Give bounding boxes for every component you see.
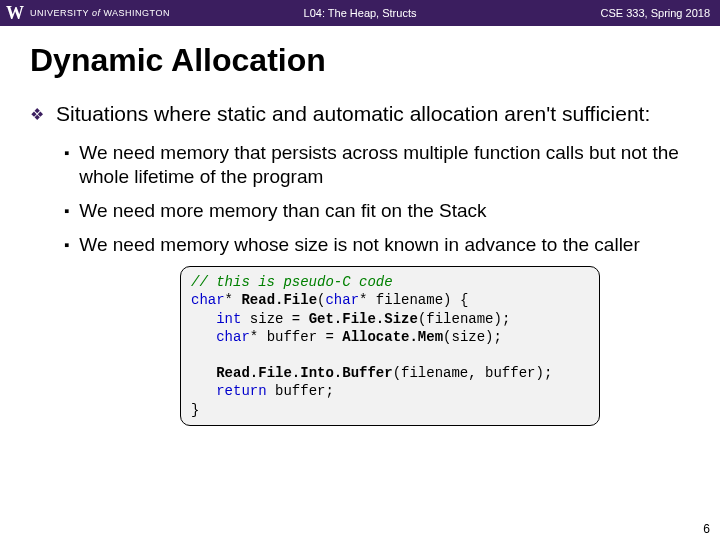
code-text: * filename) { (359, 292, 468, 308)
code-text (191, 329, 216, 345)
square-bullet-icon: ▪ (64, 236, 69, 257)
code-text: } (191, 402, 199, 418)
bullet-level2: ▪ We need memory that persists across mu… (64, 141, 690, 189)
code-fn: Allocate.Mem (342, 329, 443, 345)
slide-content: Dynamic Allocation ❖ Situations where st… (0, 26, 720, 426)
page-title: Dynamic Allocation (30, 42, 690, 79)
diamond-bullet-icon: ❖ (30, 105, 44, 127)
code-text: (filename, buffer); (393, 365, 553, 381)
code-comment: // this is pseudo-C code (191, 274, 393, 290)
university-name: UNIVERSITY of WASHINGTON (30, 8, 170, 18)
code-text: (size); (443, 329, 502, 345)
code-text: * buffer = (250, 329, 342, 345)
code-kw: char (325, 292, 359, 308)
page-number: 6 (703, 522, 710, 536)
code-kw: char (216, 329, 250, 345)
code-fn: Read.File (241, 292, 317, 308)
sub3-text: We need memory whose size is not known i… (79, 233, 639, 257)
code-text: (filename); (418, 311, 510, 327)
bullet-level1: ❖ Situations where static and automatic … (30, 101, 690, 127)
w-logo-icon: W (6, 3, 24, 24)
square-bullet-icon: ▪ (64, 144, 69, 189)
university-prefix: UNIVERSITY (30, 8, 89, 18)
code-text (191, 365, 216, 381)
code-fn: Read.File.Into.Buffer (216, 365, 392, 381)
code-text: * (225, 292, 242, 308)
bullet-level2: ▪ We need memory whose size is not known… (64, 233, 690, 257)
university-of: of (92, 8, 101, 18)
code-text: size = (241, 311, 308, 327)
university-logo-block: W UNIVERSITY of WASHINGTON (0, 3, 170, 24)
code-text (191, 311, 216, 327)
sub1-text: We need memory that persists across mult… (79, 141, 690, 189)
code-kw: char (191, 292, 225, 308)
code-block: // this is pseudo-C code char* Read.File… (180, 266, 600, 426)
square-bullet-icon: ▪ (64, 202, 69, 223)
code-text (191, 383, 216, 399)
slide-header: W UNIVERSITY of WASHINGTON L04: The Heap… (0, 0, 720, 26)
code-fn: Get.File.Size (309, 311, 418, 327)
lecture-title: L04: The Heap, Structs (304, 7, 417, 19)
course-info: CSE 333, Spring 2018 (601, 7, 710, 19)
code-kw: return (216, 383, 266, 399)
code-text: buffer; (267, 383, 334, 399)
university-suffix: WASHINGTON (103, 8, 170, 18)
code-kw: int (216, 311, 241, 327)
point1-text: Situations where static and automatic al… (56, 101, 650, 127)
sub2-text: We need more memory than can fit on the … (79, 199, 486, 223)
bullet-level2: ▪ We need more memory than can fit on th… (64, 199, 690, 223)
